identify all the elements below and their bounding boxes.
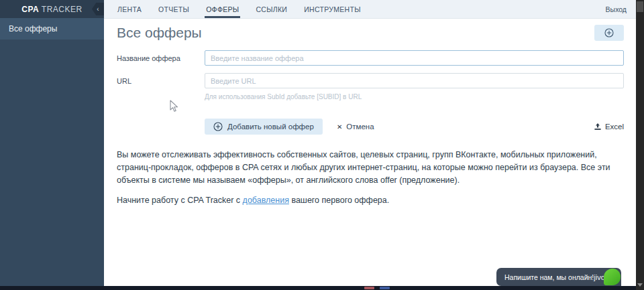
offer-url-input[interactable]	[205, 73, 624, 88]
top-navigation: ЛЕНТА ОТЧЕТЫ ОФФЕРЫ ССЫЛКИ ИНСТРУМЕНТЫ В…	[104, 0, 636, 19]
chat-message: Напишите нам, мы онлайн!	[496, 273, 594, 281]
upload-icon	[594, 123, 602, 131]
jivo-chat-widget[interactable]: Напишите нам, мы онлайн! jivo	[496, 268, 621, 286]
cta-after: вашего первого оффера.	[289, 196, 389, 205]
offers-description: Вы можете отслеживать эффективность собс…	[117, 149, 624, 187]
add-offer-button[interactable]	[594, 25, 624, 41]
submit-offer-button[interactable]: Добавить новый оффер	[205, 119, 323, 135]
taskbar-edge	[0, 286, 644, 290]
tab-reports[interactable]: ОТЧЕТЫ	[157, 0, 191, 18]
cta-before: Начните работу с CPA Tracker с	[117, 196, 243, 205]
cancel-button[interactable]: ✕ Отмена	[337, 123, 374, 131]
cancel-label: Отмена	[346, 123, 374, 131]
tab-links[interactable]: ССЫЛКИ	[254, 0, 288, 18]
offer-url-label: URL	[117, 73, 205, 88]
tab-offers[interactable]: ОФФЕРЫ	[205, 0, 240, 18]
subid-hint: Для использования SubId добавьте [SUBID]…	[205, 93, 624, 100]
form-row-name: Название оффера	[117, 50, 624, 66]
offer-form: Название оффера URL Для использования Su…	[117, 50, 624, 135]
circle-plus-icon	[604, 28, 614, 38]
form-actions: Добавить новый оффер ✕ Отмена Excel	[117, 119, 624, 135]
tab-tools[interactable]: ИНСТРУМЕНТЫ	[303, 0, 362, 18]
jivo-leaf-icon	[604, 269, 621, 285]
sidebar-header: CPA TRACKER ‹	[0, 0, 104, 18]
tab-lenta[interactable]: ЛЕНТА	[116, 0, 143, 18]
form-row-url: URL	[117, 73, 624, 88]
sidebar: CPA TRACKER ‹ Все офферы	[0, 0, 104, 286]
app-logo-rest: TRACKER	[39, 5, 82, 14]
circle-plus-icon	[213, 122, 223, 131]
main-content: Все офферы Название оффера URL Для испол…	[104, 19, 636, 286]
offer-name-input[interactable]	[205, 50, 624, 66]
sidebar-collapse-icon[interactable]: ‹	[92, 3, 104, 15]
page-title: Все офферы	[117, 25, 202, 41]
app-logo-bold: CPA	[21, 5, 39, 14]
vertical-scrollbar[interactable]	[636, 0, 644, 290]
taskbar-blob-red	[364, 287, 374, 289]
sidebar-item-all-offers[interactable]: Все офферы	[0, 18, 104, 40]
scrollbar-thumb[interactable]	[637, 1, 643, 12]
logout-link[interactable]: Выход	[606, 0, 636, 18]
taskbar-blob-blue	[380, 287, 390, 289]
title-row: Все офферы	[117, 25, 624, 41]
excel-export-button[interactable]: Excel	[594, 123, 624, 131]
offer-name-label: Название оффера	[117, 50, 205, 66]
close-icon: ✕	[337, 123, 342, 131]
scrollbar-down-arrow-icon[interactable]	[637, 283, 643, 287]
app-logo: CPA TRACKER	[21, 5, 82, 14]
get-started-text: Начните работу с CPA Tracker с добавлени…	[117, 196, 624, 205]
excel-label: Excel	[605, 123, 624, 131]
nav-tabs: ЛЕНТА ОТЧЕТЫ ОФФЕРЫ ССЫЛКИ ИНСТРУМЕНТЫ	[104, 0, 376, 18]
submit-offer-label: Добавить новый оффер	[227, 123, 314, 131]
add-offer-link[interactable]: добавления	[243, 196, 289, 205]
